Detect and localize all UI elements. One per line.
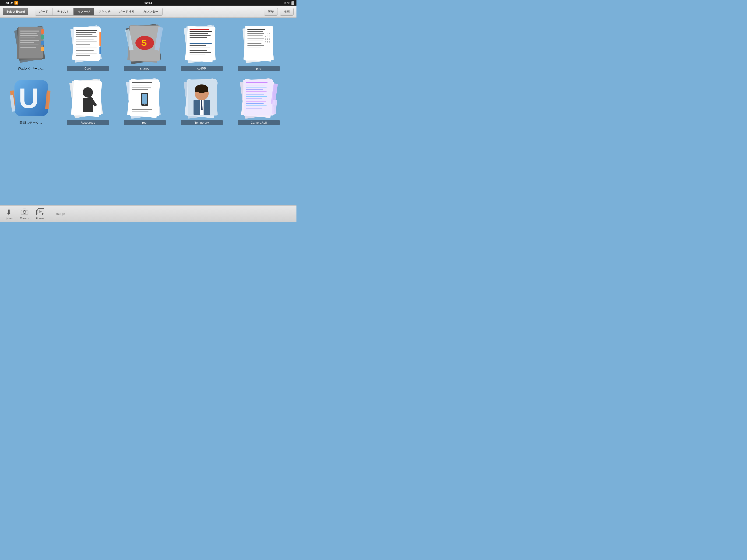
resources-label: Resources [67,120,109,125]
svg-rect-14 [41,41,44,45]
update-icon: ⬇ [6,208,12,216]
svg-point-128 [23,211,26,213]
status-time: 12:14 [144,1,152,5]
svg-rect-6 [20,35,38,36]
png-thumb: 1 2 3 4 5 6 7 8 9 A B C [238,22,280,64]
status-bar: iPad ⌘ 📶 12:14 90% ▓ [0,0,297,6]
svg-rect-28 [99,47,101,54]
grid-item-cameraroll[interactable]: CameraRoll [232,77,285,126]
svg-rect-21 [76,32,96,33]
draw-button[interactable]: 描画 [280,8,294,16]
photos-label: Photos [36,217,44,220]
camera-label: Camera [20,217,29,219]
grid-item-resources[interactable]: Resources [61,77,114,126]
svg-rect-97 [132,109,152,110]
svg-point-130 [26,211,27,211]
temporary-label: Temporary [181,120,223,125]
svg-rect-51 [189,43,212,44]
svg-rect-61 [248,29,265,30]
svg-rect-49 [189,37,207,38]
svg-rect-90 [132,82,152,83]
svg-rect-114 [246,85,265,85]
grid-item-sync[interactable]: U 同期ステータス [5,77,57,126]
svg-rect-46 [189,31,212,32]
svg-rect-50 [189,40,210,41]
history-button[interactable]: 履歴 [264,8,278,16]
svg-rect-68 [248,45,264,46]
root-label: root [124,120,166,125]
cameraroll-thumb [238,77,280,118]
svg-rect-5 [20,33,37,34]
nav-tabs: ボード テキスト イメージ スケッチ ボード検索 カレンダー [35,8,163,16]
tab-calendar[interactable]: カレンダー [139,8,162,16]
svg-rect-45 [189,29,209,30]
grid-item-shared[interactable]: S shared [119,22,171,72]
svg-rect-13 [41,35,44,39]
grid-item-png[interactable]: 1 2 3 4 5 6 7 8 9 A B C png [232,22,285,72]
svg-rect-124 [246,108,262,108]
grid-item-cellpp[interactable]: cellPP [176,22,228,72]
grid-item-card[interactable]: Card [61,22,114,72]
svg-rect-7 [20,37,35,38]
svg-rect-20 [76,30,97,31]
svg-rect-105 [195,89,208,92]
svg-text:U: U [19,83,39,114]
grid-item-temporary[interactable]: Temporary [176,77,228,126]
svg-rect-19 [74,27,100,60]
svg-rect-26 [76,44,90,45]
status-left: iPad ⌘ 📶 [3,1,18,5]
camera-tool[interactable]: Camera [20,208,29,219]
svg-rect-9 [20,42,34,43]
svg-rect-129 [23,209,26,210]
svg-rect-91 [132,85,150,85]
select-board-button[interactable]: Select Board [3,8,28,15]
sync-thumb: U [10,77,52,118]
tab-board[interactable]: ボード [35,8,53,16]
svg-point-83 [83,87,93,98]
svg-text:4 5 6: 4 5 6 [265,35,270,37]
update-label: Update [5,217,13,219]
toolbar: Select Board ボード テキスト イメージ スケッチ ボード検索 カレ… [0,6,297,18]
battery-icon: ▓ [291,1,294,5]
svg-rect-118 [246,94,264,95]
svg-rect-29 [76,48,97,48]
svg-rect-8 [20,40,39,41]
shared-thumb: S [124,22,166,64]
resources-thumb [67,77,109,118]
svg-rect-32 [76,55,90,56]
camera-icon [21,208,28,216]
main-content: iPadスクリーン... [0,18,297,205]
svg-rect-25 [76,42,97,42]
ipad-screen-label: iPadスクリーン... [10,66,52,72]
tab-text[interactable]: テキスト [53,8,74,16]
tab-board-search[interactable]: ボード検索 [115,8,139,16]
svg-rect-24 [76,39,94,39]
grid-item-root[interactable]: root [119,77,171,126]
svg-rect-47 [189,33,208,34]
svg-rect-53 [189,48,210,48]
svg-rect-120 [246,99,262,99]
image-grid: iPadスクリーン... [5,22,285,126]
tab-image[interactable]: イメージ [74,8,94,16]
toolbar-right: 履歴 描画 [264,8,294,16]
svg-rect-119 [246,96,267,97]
svg-rect-121 [246,101,266,102]
update-tool[interactable]: ⬇ Update [5,208,13,219]
svg-rect-15 [41,47,44,51]
svg-text:S: S [141,38,147,48]
svg-rect-11 [20,47,36,48]
battery-label: 90% [284,1,290,5]
svg-rect-113 [246,82,267,83]
svg-text:7 8 9: 7 8 9 [265,38,270,40]
svg-rect-122 [246,103,263,104]
tab-sketch[interactable]: スケッチ [94,8,115,16]
cellpp-thumb [181,22,223,64]
bottom-bar: ⬇ Update Camera Photos Image [0,205,297,222]
svg-rect-52 [189,45,206,46]
svg-rect-48 [189,35,211,36]
svg-rect-23 [76,36,97,37]
grid-item-ipad-screen[interactable]: iPadスクリーン... [5,22,57,72]
photos-tool[interactable]: Photos [36,208,44,220]
temporary-thumb [181,77,223,118]
svg-rect-98 [132,111,149,112]
